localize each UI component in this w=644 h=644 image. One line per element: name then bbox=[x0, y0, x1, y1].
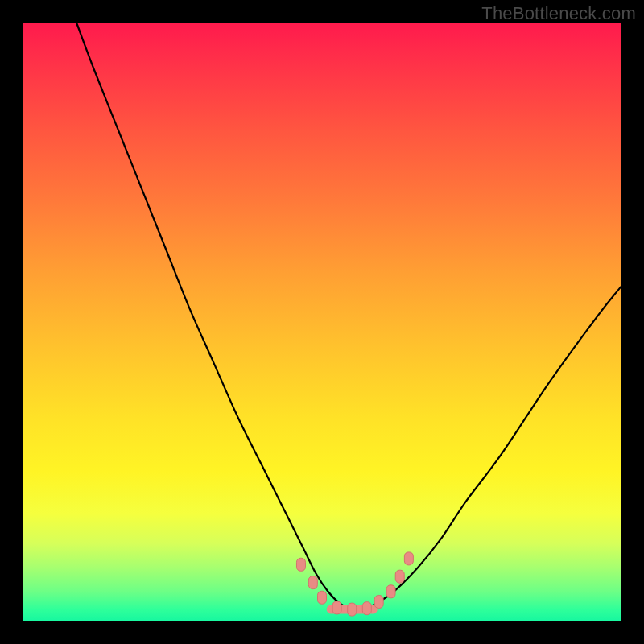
curve-marker bbox=[374, 595, 383, 608]
curve-marker bbox=[318, 591, 327, 604]
curve-marker bbox=[332, 601, 341, 614]
curve-marker bbox=[386, 585, 395, 598]
curve-marker bbox=[362, 602, 371, 615]
curve-marker bbox=[308, 576, 317, 589]
chart-frame: TheBottleneck.com bbox=[0, 0, 644, 644]
curve-layer bbox=[23, 23, 621, 621]
curve-marker bbox=[395, 570, 404, 583]
curve-markers bbox=[296, 552, 413, 616]
curve-marker bbox=[404, 552, 413, 565]
watermark-text: TheBottleneck.com bbox=[481, 3, 636, 24]
curve-marker bbox=[348, 603, 357, 616]
curve-marker bbox=[296, 558, 305, 571]
plot-area bbox=[23, 23, 621, 621]
bottleneck-curve bbox=[76, 23, 621, 610]
